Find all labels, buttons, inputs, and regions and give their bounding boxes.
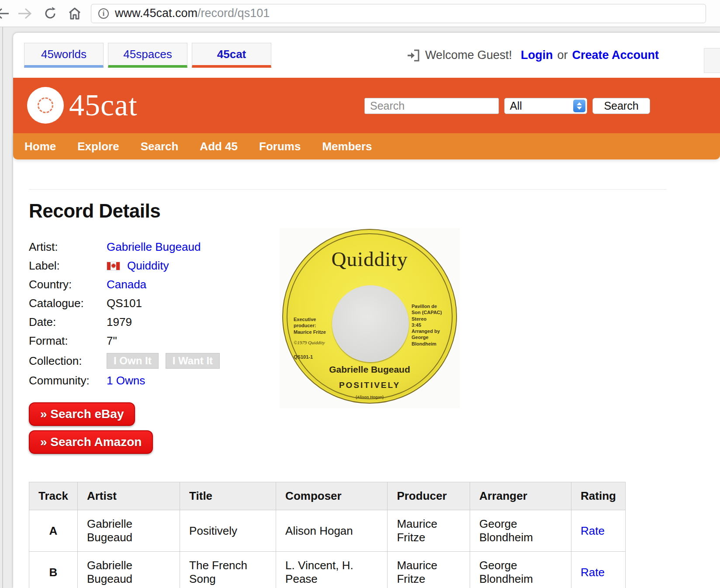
home-icon[interactable] [67, 6, 82, 21]
forward-icon[interactable] [18, 6, 33, 21]
rate-link-b[interactable]: Rate [581, 566, 605, 579]
artist-label: Artist: [29, 240, 107, 254]
artist-link[interactable]: Gabrielle Bugeaud [107, 240, 201, 254]
tab-45spaces[interactable]: 45spaces [108, 43, 187, 68]
vinyl-composer: (Alison Hogan) [283, 395, 456, 399]
track-a-title: Positively [180, 510, 276, 552]
tab-45cat-label: 45cat [217, 48, 246, 61]
track-b-composer: L. Vincent, H. Pease [276, 552, 388, 588]
nav-search[interactable]: Search [141, 140, 179, 153]
tab-45worlds-label: 45worlds [41, 48, 87, 61]
vinyl-copyright: ©1979 Quiddity [294, 340, 325, 345]
country-link[interactable]: Canada [107, 278, 146, 291]
search-ebay-button[interactable]: » Search eBay [29, 402, 135, 426]
tracks-table: Track Artist Title Composer Producer Arr… [29, 482, 626, 588]
back-icon[interactable] [0, 6, 9, 21]
table-row: B Gabrielle Bugeaud The French Song L. V… [29, 552, 626, 588]
info-icon[interactable]: i [98, 8, 109, 19]
vinyl-disc: Quiddity Executive producer: Maurice Fri… [282, 229, 457, 404]
site-tab-bar: 45worlds 45spaces 45cat Welcome Guest! L… [13, 33, 720, 78]
record-logo-icon [27, 87, 64, 124]
search-amazon-button[interactable]: » Search Amazon [29, 430, 153, 454]
search-category-value: All [510, 100, 522, 112]
track-a-producer: Maurice Fritze [388, 510, 470, 552]
col-title: Title [180, 482, 276, 510]
login-icon [407, 49, 420, 62]
community-label: Community: [29, 374, 107, 387]
site-logo[interactable]: 45cat [27, 87, 138, 124]
date-label: Date: [29, 315, 107, 329]
welcome-area: Welcome Guest! Login or Create Account [407, 48, 659, 62]
vinyl-left-text: Executive producer: Maurice Fritze [294, 316, 326, 335]
col-artist: Artist [77, 482, 180, 510]
track-a-artist: Gabrielle Bugeaud [77, 510, 180, 552]
vinyl-catalogue: QS101-1 [294, 354, 313, 360]
search-input[interactable] [364, 98, 499, 114]
reload-icon[interactable] [43, 6, 58, 21]
col-composer: Composer [276, 482, 388, 510]
i-want-it-button[interactable]: I Want It [166, 353, 220, 369]
url-host: www.45cat.com [115, 7, 197, 20]
canada-flag-icon [107, 262, 120, 270]
vinyl-title: POSITIVELY [283, 380, 456, 390]
i-own-it-button[interactable]: I Own It [107, 353, 159, 369]
site-header: 45cat All Search [13, 78, 720, 133]
date-value: 1979 [107, 315, 132, 329]
vinyl-center-hole [332, 285, 409, 362]
page-card: 45worlds 45spaces 45cat Welcome Guest! L… [13, 33, 720, 588]
nav-forums[interactable]: Forums [259, 140, 301, 153]
table-row: A Gabrielle Bugeaud Positively Alison Ho… [29, 510, 626, 552]
collection-label: Collection: [29, 354, 107, 368]
rate-link-a[interactable]: Rate [581, 524, 605, 537]
login-link[interactable]: Login [521, 48, 553, 62]
create-account-link[interactable]: Create Account [572, 48, 659, 62]
tab-45spaces-label: 45spaces [123, 48, 172, 61]
vinyl-right-text: Pavillon de Son (CAPAC) Stereo 3:45 Arra… [412, 303, 442, 347]
community-owns-link[interactable]: 1 Owns [107, 374, 145, 387]
col-arranger: Arranger [470, 482, 571, 510]
vinyl-brand: Quiddity [283, 247, 456, 271]
format-value: 7" [107, 334, 117, 348]
vinyl-artist: Gabrielle Bugeaud [283, 364, 456, 375]
label-link[interactable]: Quiddity [127, 259, 169, 273]
external-search-buttons: » Search eBay » Search Amazon [29, 402, 667, 454]
window-edge-divider [2, 27, 3, 588]
nav-members[interactable]: Members [322, 140, 372, 153]
tab-45cat[interactable]: 45cat [192, 43, 271, 68]
track-b-arranger: George Blondheim [470, 552, 571, 588]
select-stepper-icon [573, 100, 585, 112]
search-button[interactable]: Search [592, 98, 650, 114]
track-a-arranger: George Blondheim [470, 510, 571, 552]
track-a-composer: Alison Hogan [276, 510, 388, 552]
record-label-image: Quiddity Executive producer: Maurice Fri… [280, 228, 460, 408]
tab-45worlds[interactable]: 45worlds [24, 43, 104, 68]
main-nav: Home Explore Search Add 45 Forums Member… [13, 133, 720, 159]
search-category-select[interactable]: All [504, 98, 587, 114]
col-rating: Rating [571, 482, 626, 510]
or-text: or [557, 48, 568, 62]
welcome-text: Welcome Guest! [425, 48, 512, 62]
track-b-artist: Gabrielle Bugeaud [77, 552, 180, 588]
nav-explore[interactable]: Explore [77, 140, 119, 153]
format-label: Format: [29, 334, 107, 348]
track-a: A [29, 510, 78, 552]
label-label: Label: [29, 259, 107, 273]
track-b-producer: Maurice Fritze [388, 552, 470, 588]
country-label: Country: [29, 278, 107, 291]
logo-text: 45cat [69, 88, 138, 123]
catalogue-value: QS101 [107, 297, 142, 310]
main-content: Record Details Artist: Gabrielle Bugeaud… [29, 189, 667, 588]
track-b: B [29, 552, 78, 588]
tracks-header-row: Track Artist Title Composer Producer Arr… [29, 482, 626, 510]
url-path: /record/qs101 [197, 7, 270, 20]
nav-add45[interactable]: Add 45 [200, 140, 238, 153]
nav-home[interactable]: Home [24, 140, 56, 153]
page-title: Record Details [29, 200, 667, 222]
track-b-title: The French Song [180, 552, 276, 588]
partial-tab[interactable] [704, 48, 720, 73]
col-track: Track [29, 482, 78, 510]
address-bar[interactable]: i www.45cat.com/record/qs101 [91, 4, 706, 23]
header-search-row: All Search [364, 98, 650, 114]
browser-chrome: i www.45cat.com/record/qs101 [0, 0, 720, 27]
col-producer: Producer [388, 482, 470, 510]
